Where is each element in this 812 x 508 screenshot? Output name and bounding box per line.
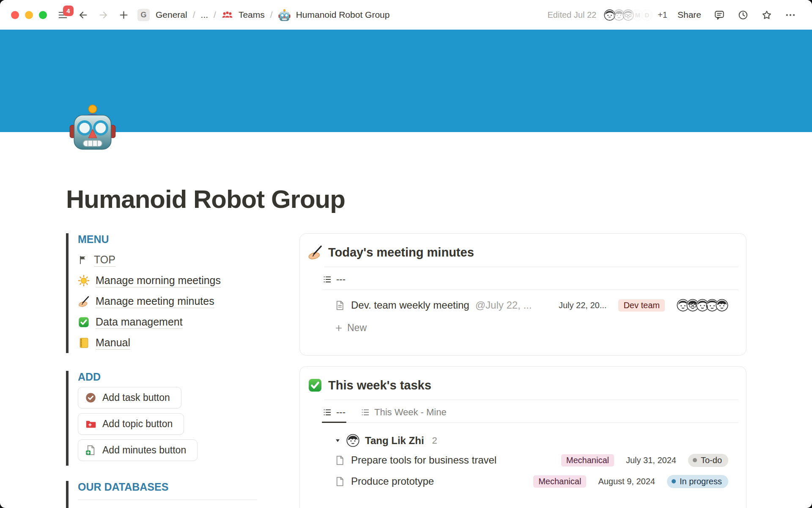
menu-item-data-management[interactable]: Data management bbox=[78, 312, 265, 332]
view-tab-label: --- bbox=[336, 274, 346, 285]
minutes-row-title: Dev. team weekly meeting bbox=[351, 299, 469, 311]
menu-item-manual[interactable]: Manual bbox=[78, 332, 265, 353]
add-header: ADD bbox=[78, 371, 265, 383]
view-tab[interactable]: This Week - Mine bbox=[361, 407, 447, 418]
forward-button[interactable] bbox=[98, 9, 109, 20]
status-label: To-do bbox=[701, 456, 722, 465]
document-icon bbox=[335, 455, 345, 466]
breadcrumb-teams[interactable]: Teams bbox=[239, 10, 265, 20]
more-options-button[interactable] bbox=[785, 9, 796, 20]
toggle-triangle-icon[interactable] bbox=[335, 437, 341, 444]
minimize-window-button[interactable] bbox=[25, 11, 33, 19]
writing-hand-icon bbox=[307, 245, 323, 260]
page-title[interactable]: Humanoid Robot Group bbox=[66, 185, 746, 214]
task-check-icon bbox=[85, 392, 96, 403]
new-entry-label: New bbox=[347, 322, 367, 334]
add-section: ADD Add task button Add topi bbox=[66, 371, 265, 466]
avatar-letter-d: D bbox=[640, 8, 653, 22]
category-tag: Mechanical bbox=[561, 454, 614, 467]
task-title: Prepare tools for business travel bbox=[351, 454, 497, 466]
presence-avatars[interactable]: M D bbox=[603, 8, 653, 22]
menu-section: MENU TOP Manage morning meetings bbox=[66, 233, 265, 353]
favorite-button[interactable] bbox=[761, 9, 772, 20]
sun-icon bbox=[78, 275, 90, 287]
zoom-window-button[interactable] bbox=[39, 11, 47, 19]
add-button-label: Add topic button bbox=[102, 418, 173, 430]
add-button-label: Add task button bbox=[102, 392, 170, 403]
add-button-label: Add minutes button bbox=[102, 444, 186, 456]
add-topic-button[interactable]: Add topic button bbox=[78, 413, 184, 435]
team-tag: Dev team bbox=[618, 299, 665, 312]
updates-button[interactable] bbox=[738, 9, 749, 20]
notion-window: 4 G General / ... / Teams / bbox=[0, 0, 812, 508]
document-icon bbox=[335, 476, 345, 487]
category-tag: Mechanical bbox=[533, 475, 586, 488]
task-row[interactable]: Produce prototype Mechanical August 9, 2… bbox=[300, 471, 746, 492]
status-badge: In progress bbox=[667, 475, 728, 488]
back-button[interactable] bbox=[77, 9, 88, 20]
plus-icon bbox=[335, 324, 343, 332]
teams-people-icon bbox=[222, 9, 233, 21]
page-body: Humanoid Robot Group MENU TOP bbox=[0, 185, 812, 508]
card-title: Today's meeting minutes bbox=[328, 246, 474, 260]
clock-icon bbox=[738, 9, 749, 21]
nav-cluster: 4 bbox=[57, 9, 129, 20]
tasks-view-tabs: --- This Week - Mine bbox=[323, 400, 738, 423]
breadcrumb-page[interactable]: Humanoid Robot Group bbox=[296, 10, 390, 20]
attendee-avatars bbox=[677, 299, 728, 312]
menu-item-label: Manual bbox=[96, 336, 130, 350]
arrow-left-icon bbox=[78, 10, 88, 20]
group-name: Tang Lik Zhi bbox=[365, 435, 424, 447]
breadcrumb-general[interactable]: General bbox=[156, 10, 187, 20]
toolbar-actions bbox=[714, 9, 796, 20]
tasks-card: This week's tasks --- This Week - Mine bbox=[299, 366, 746, 508]
page-icon-robot[interactable] bbox=[69, 103, 116, 151]
menu-item-meeting-minutes[interactable]: Manage meeting minutes bbox=[78, 291, 265, 312]
notification-badge: 4 bbox=[63, 6, 74, 16]
databases-header: OUR DATABASES bbox=[78, 481, 265, 493]
robot-emoji-icon bbox=[278, 9, 291, 21]
writing-hand-icon bbox=[78, 295, 90, 307]
toolbar: 4 G General / ... / Teams / bbox=[0, 0, 812, 30]
breadcrumb-separator: / bbox=[193, 10, 195, 20]
workspace-icon[interactable]: G bbox=[137, 9, 150, 21]
new-tab-button[interactable] bbox=[118, 9, 129, 20]
menu-item-top[interactable]: TOP bbox=[78, 249, 265, 270]
list-view-icon bbox=[323, 275, 332, 284]
view-tab-active[interactable]: --- bbox=[323, 407, 346, 418]
view-tab-label: This Week - Mine bbox=[374, 407, 447, 418]
minutes-row[interactable]: Dev. team weekly meeting @July 22, ... J… bbox=[300, 293, 746, 317]
menu-item-label: Manage morning meetings bbox=[96, 274, 221, 287]
add-minutes-button[interactable]: Add minutes button bbox=[78, 439, 198, 461]
new-entry-button[interactable]: New bbox=[300, 317, 746, 334]
sidebar-toggle-button[interactable]: 4 bbox=[57, 9, 68, 20]
task-date: August 9, 2024 bbox=[598, 477, 655, 486]
left-column: MENU TOP Manage morning meetings bbox=[66, 233, 265, 508]
group-avatar bbox=[346, 434, 359, 447]
status-label: In progress bbox=[680, 477, 722, 486]
comments-button[interactable] bbox=[714, 9, 725, 20]
flag-icon bbox=[78, 254, 88, 266]
group-header: Tang Lik Zhi 2 bbox=[335, 434, 728, 447]
menu-item-label: TOP bbox=[94, 253, 115, 267]
page-cover[interactable] bbox=[0, 30, 812, 132]
add-task-button[interactable]: Add task button bbox=[78, 387, 181, 409]
breadcrumb-separator: / bbox=[214, 10, 216, 20]
minutes-row-mention: @July 22, ... bbox=[475, 299, 532, 311]
avatar-overflow-count[interactable]: +1 bbox=[658, 10, 667, 20]
right-column: Today's meeting minutes --- bbox=[299, 233, 746, 508]
menu-item-label: Data management bbox=[96, 315, 183, 329]
databases-section: OUR DATABASES Minutes DB bbox=[66, 481, 265, 508]
ellipsis-icon bbox=[785, 9, 796, 21]
minutes-card: Today's meeting minutes --- bbox=[299, 233, 746, 356]
breadcrumb-ellipsis[interactable]: ... bbox=[201, 10, 208, 20]
menu-item-morning-meetings[interactable]: Manage morning meetings bbox=[78, 270, 265, 291]
status-dot bbox=[693, 458, 697, 462]
document-icon bbox=[335, 300, 345, 311]
robot-emoji-icon bbox=[69, 103, 116, 151]
view-tab[interactable]: --- bbox=[323, 274, 346, 285]
close-window-button[interactable] bbox=[11, 11, 19, 19]
share-button[interactable]: Share bbox=[678, 10, 701, 20]
task-row[interactable]: Prepare tools for business travel Mechan… bbox=[300, 450, 746, 471]
check-mark-icon bbox=[78, 316, 90, 328]
